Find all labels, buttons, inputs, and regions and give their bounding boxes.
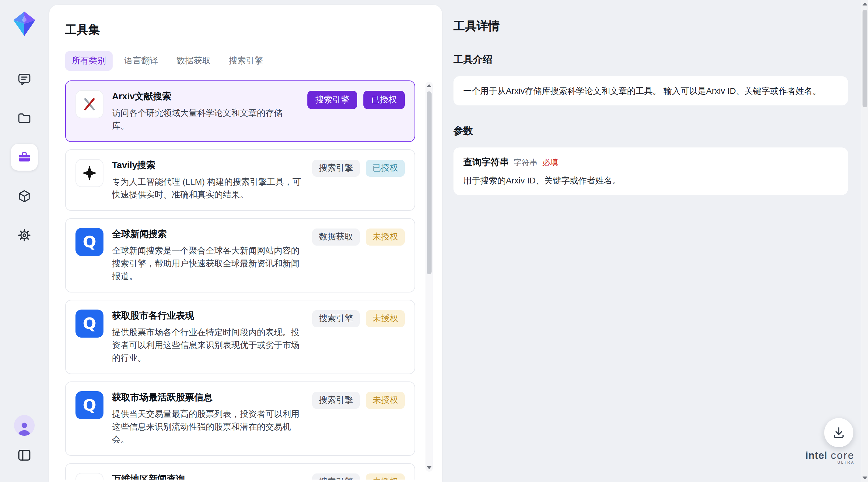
tool-title: Tavily搜索 bbox=[112, 159, 304, 171]
q-logo-icon: Q bbox=[75, 310, 103, 338]
sidebar-item-files[interactable] bbox=[11, 105, 38, 132]
param-name: 查询字符串 bbox=[463, 156, 509, 168]
tool-title: 获取市场最活跃股票信息 bbox=[112, 391, 304, 403]
arxiv-logo-icon bbox=[75, 90, 103, 118]
user-avatar[interactable] bbox=[14, 415, 35, 436]
tool-category-tag: 搜索引擎 bbox=[312, 392, 360, 409]
scroll-down-arrow-icon[interactable] bbox=[863, 477, 867, 480]
tool-description: 专为人工智能代理 (LLM) 构建的搜索引擎工具，可快速提供实时、准确和真实的结… bbox=[112, 175, 304, 201]
tool-auth-badge: 未授权 bbox=[366, 474, 405, 480]
download-button[interactable] bbox=[824, 418, 854, 447]
tool-category-tag: 搜索引擎 bbox=[312, 310, 360, 327]
sidebar-item-tools[interactable] bbox=[11, 144, 38, 171]
tool-title: 获取股市各行业表现 bbox=[112, 310, 304, 321]
scroll-down-arrow-icon[interactable] bbox=[427, 466, 432, 469]
gear-icon bbox=[17, 228, 32, 243]
tool-auth-badge: 未授权 bbox=[366, 392, 405, 409]
param-required-flag: 必填 bbox=[542, 157, 558, 169]
download-icon bbox=[832, 426, 845, 440]
tool-card-arxiv[interactable]: Arxiv文献搜索 访问各个研究领域大量科学论文和文章的存储库。 搜索引擎 已授… bbox=[65, 80, 415, 142]
tool-auth-badge: 未授权 bbox=[366, 228, 405, 246]
tool-title: 全球新闻搜索 bbox=[112, 228, 304, 239]
tool-details-panel: 工具详情 工具介绍 一个用于从Arxiv存储库搜索科学论文和文章的工具。 输入可… bbox=[454, 0, 848, 195]
sidebar-item-chat[interactable] bbox=[11, 66, 38, 93]
tool-card-global-news[interactable]: Q 全球新闻搜索 全球新闻搜索是一个聚合全球各大新闻网站内容的搜索引擎，帮助用户… bbox=[65, 218, 415, 292]
intro-text-box: 一个用于从Arxiv存储库搜索科学论文和文章的工具。 输入可以是Arxiv ID… bbox=[454, 76, 848, 106]
intel-wordmark: intel bbox=[805, 450, 827, 462]
intro-heading: 工具介绍 bbox=[454, 54, 848, 66]
sidebar-item-settings[interactable] bbox=[11, 222, 38, 249]
tool-card-sector-performance[interactable]: Q 获取股市各行业表现 提供股票市场各个行业在特定时间段内的表现。投资者可以利用… bbox=[65, 300, 415, 374]
sidebar-item-models[interactable] bbox=[11, 183, 38, 209]
tool-description: 访问各个研究领域大量科学论文和文章的存储库。 bbox=[112, 107, 299, 132]
tool-description: 提供当天交易量最高的股票列表，投资者可以利用这些信息来识别流动性强的股票和潜在的… bbox=[112, 408, 304, 446]
tool-authorized-button[interactable]: 已授权 bbox=[363, 91, 405, 109]
param-description: 用于搜索的Arxiv ID、关键字或作者姓名。 bbox=[463, 174, 838, 187]
category-tabs: 所有类别 语言翻译 数据获取 搜索引擎 bbox=[65, 51, 442, 71]
core-wordmark: core bbox=[831, 450, 855, 462]
scrollbar-thumb[interactable] bbox=[427, 91, 432, 274]
q-logo-icon: Q bbox=[75, 228, 103, 256]
tool-description: 提供股票市场各个行业在特定时间段内的表现。投资者可以利用这些信息来识别表现优于或… bbox=[112, 326, 304, 364]
scrollbar-thumb[interactable] bbox=[863, 10, 867, 107]
scroll-up-arrow-icon[interactable] bbox=[427, 84, 432, 87]
chat-icon bbox=[17, 72, 32, 87]
tab-all-categories[interactable]: 所有类别 bbox=[65, 51, 113, 71]
panel-toggle-button[interactable] bbox=[13, 444, 35, 466]
tool-auth-badge: 未授权 bbox=[366, 310, 405, 327]
tool-list: Arxiv文献搜索 访问各个研究领域大量科学论文和文章的存储库。 搜索引擎 已授… bbox=[65, 80, 442, 480]
window-scrollbar[interactable] bbox=[861, 0, 868, 482]
q-logo-icon: Q bbox=[75, 391, 103, 419]
briefcase-icon bbox=[17, 150, 32, 165]
tool-description: 全球新闻搜索是一个聚合全球各大新闻网站内容的搜索引擎，帮助用户快速获取全球最新资… bbox=[112, 244, 304, 283]
ultra-wordmark: ULTRA bbox=[838, 461, 855, 464]
scroll-up-arrow-icon[interactable] bbox=[863, 2, 867, 5]
page-title: 工具集 bbox=[65, 22, 442, 38]
details-title: 工具详情 bbox=[454, 18, 848, 34]
app-logo-icon bbox=[10, 10, 38, 38]
tool-list-scrollbar[interactable] bbox=[426, 82, 433, 472]
app-window: 工具集 所有类别 语言翻译 数据获取 搜索引擎 Arxiv文献搜索 访问各个研究… bbox=[0, 0, 868, 482]
toolset-panel: 工具集 所有类别 语言翻译 数据获取 搜索引擎 Arxiv文献搜索 访问各个研究… bbox=[49, 5, 442, 482]
param-box: 查询字符串 字符串 必填 用于搜索的Arxiv ID、关键字或作者姓名。 bbox=[454, 147, 848, 195]
tool-card-regional-news[interactable]: 万维地区新闻查询 查询具体行政区划内的新闻，快速了解各地新闻动 搜索引擎 未授权 bbox=[65, 463, 415, 480]
intel-core-ultra-logo: intel core ULTRA bbox=[805, 450, 855, 464]
tool-category-tag: 搜索引擎 bbox=[312, 474, 360, 480]
left-rail bbox=[0, 0, 49, 482]
cube-icon bbox=[17, 189, 32, 203]
sidebar-layout-icon bbox=[17, 448, 32, 462]
tab-data-fetch[interactable]: 数据获取 bbox=[170, 51, 217, 71]
params-heading: 参数 bbox=[454, 125, 848, 138]
tool-title: 万维地区新闻查询 bbox=[112, 473, 304, 480]
tab-translation[interactable]: 语言翻译 bbox=[118, 51, 165, 71]
tool-title: Arxiv文献搜索 bbox=[112, 90, 299, 102]
document-icon bbox=[75, 473, 103, 480]
param-type: 字符串 bbox=[514, 157, 537, 169]
tool-card-tavily[interactable]: Tavily搜索 专为人工智能代理 (LLM) 构建的搜索引擎工具，可快速提供实… bbox=[65, 149, 415, 211]
tool-category-button[interactable]: 搜索引擎 bbox=[307, 91, 357, 109]
tab-search-engine[interactable]: 搜索引擎 bbox=[222, 51, 270, 71]
tavily-star-icon bbox=[75, 159, 103, 187]
user-icon bbox=[16, 420, 33, 436]
tool-card-active-stocks[interactable]: Q 获取市场最活跃股票信息 提供当天交易量最高的股票列表，投资者可以利用这些信息… bbox=[65, 381, 415, 456]
folder-icon bbox=[17, 111, 32, 125]
tool-category-tag: 搜索引擎 bbox=[312, 160, 360, 177]
tool-category-tag: 数据获取 bbox=[312, 228, 360, 246]
tool-auth-badge: 已授权 bbox=[366, 160, 405, 177]
